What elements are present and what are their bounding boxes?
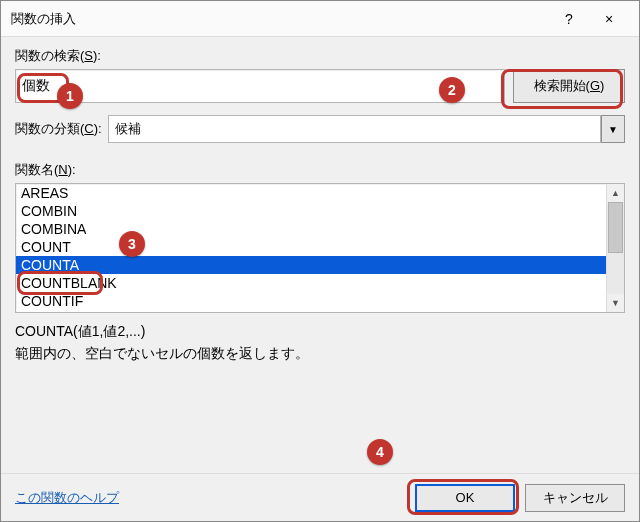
function-listbox[interactable]: AREASCOMBINCOMBINACOUNTCOUNTACOUNTBLANKC…: [15, 183, 625, 313]
list-item[interactable]: COUNTBLANK: [16, 274, 606, 292]
list-item[interactable]: COMBINA: [16, 220, 606, 238]
chevron-down-icon[interactable]: ▼: [601, 115, 625, 143]
category-row: 関数の分類(C): 候補 ▼: [15, 115, 625, 143]
dialog-title: 関数の挿入: [11, 10, 549, 28]
category-label: 関数の分類(C):: [15, 120, 102, 138]
list-item[interactable]: AREAS: [16, 184, 606, 202]
search-label: 関数の検索(S):: [15, 47, 625, 65]
function-description-text: 範囲内の、空白でないセルの個数を返します。: [15, 345, 625, 363]
content-area: 関数の検索(S): 検索開始(G) 関数の分類(C): 候補 ▼ 関数名(N):…: [1, 37, 639, 363]
function-description: COUNTA(値1,値2,...) 範囲内の、空白でないセルの個数を返します。: [15, 323, 625, 363]
category-value: 候補: [108, 115, 601, 143]
function-list-label: 関数名(N):: [15, 161, 625, 179]
list-item[interactable]: COUNT: [16, 238, 606, 256]
scroll-thumb[interactable]: [608, 202, 623, 253]
function-signature: COUNTA(値1,値2,...): [15, 323, 625, 341]
scrollbar[interactable]: ▲ ▼: [606, 184, 624, 312]
close-button[interactable]: ×: [589, 1, 629, 37]
footer: この関数のヘルプ OK キャンセル: [1, 473, 639, 521]
cancel-button[interactable]: キャンセル: [525, 484, 625, 512]
list-item[interactable]: COUNTIF: [16, 292, 606, 310]
search-row: 検索開始(G): [15, 69, 625, 103]
list-item[interactable]: COUNTA: [16, 256, 606, 274]
insert-function-dialog: 関数の挿入 ? × 関数の検索(S): 検索開始(G) 関数の分類(C): 候補…: [0, 0, 640, 522]
search-input[interactable]: [15, 69, 505, 103]
scroll-up-icon[interactable]: ▲: [607, 184, 624, 202]
list-item[interactable]: COMBIN: [16, 202, 606, 220]
titlebar: 関数の挿入 ? ×: [1, 1, 639, 37]
function-help-link[interactable]: この関数のヘルプ: [15, 489, 119, 507]
scroll-down-icon[interactable]: ▼: [607, 294, 624, 312]
help-button[interactable]: ?: [549, 1, 589, 37]
search-go-button[interactable]: 検索開始(G): [513, 69, 625, 103]
scroll-track[interactable]: [607, 202, 624, 294]
annotation-badge-4: 4: [367, 439, 393, 465]
category-select[interactable]: 候補 ▼: [108, 115, 625, 143]
ok-button[interactable]: OK: [415, 484, 515, 512]
